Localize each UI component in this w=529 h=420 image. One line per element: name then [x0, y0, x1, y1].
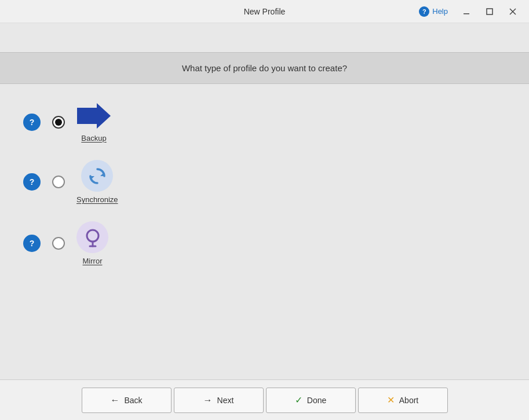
help-mirror-icon[interactable]: ?: [23, 235, 41, 252]
abort-button[interactable]: ✕ Abort: [358, 388, 448, 413]
help-button[interactable]: ? Help: [414, 5, 453, 19]
svg-point-7: [87, 230, 98, 242]
sync-label: Synchronize: [76, 195, 118, 204]
help-icon: ?: [419, 6, 429, 17]
help-backup-icon[interactable]: ?: [23, 114, 41, 131]
svg-rect-1: [487, 9, 492, 14]
mirror-icon: [76, 221, 108, 253]
back-label: Back: [124, 396, 142, 405]
window-title: New Profile: [244, 7, 286, 16]
radio-backup[interactable]: [52, 116, 65, 129]
option-row-sync: ? Synchronize: [23, 154, 506, 210]
option-row-mirror: ? Mirror: [23, 216, 506, 271]
title-bar: New Profile ? Help: [0, 0, 529, 23]
help-label: Help: [432, 7, 448, 16]
help-sync-icon[interactable]: ?: [23, 173, 41, 191]
option-mirror[interactable]: Mirror: [76, 221, 108, 265]
main-content: What type of profile do you want to crea…: [0, 23, 529, 379]
next-icon: →: [203, 395, 213, 406]
back-button[interactable]: ← Back: [82, 388, 172, 413]
sync-icon: [81, 160, 113, 192]
close-button[interactable]: [504, 3, 522, 20]
next-label: Next: [217, 396, 234, 405]
back-icon: ←: [110, 395, 119, 406]
done-button[interactable]: ✓ Done: [266, 388, 356, 413]
next-button[interactable]: → Next: [174, 388, 264, 413]
backup-arrow-icon: [76, 101, 111, 130]
option-backup[interactable]: Backup: [76, 101, 111, 143]
svg-marker-4: [77, 103, 111, 129]
maximize-button[interactable]: [480, 3, 499, 20]
minimize-button[interactable]: [457, 3, 476, 20]
radio-sync[interactable]: [52, 176, 65, 188]
question-banner: What type of profile do you want to crea…: [0, 52, 529, 84]
abort-icon: ✕: [387, 395, 395, 406]
radio-mirror[interactable]: [52, 237, 65, 250]
backup-label: Backup: [81, 134, 106, 143]
question-text: What type of profile do you want to crea…: [182, 63, 347, 73]
option-sync[interactable]: Synchronize: [76, 160, 118, 204]
option-row-backup: ? Backup: [23, 96, 506, 148]
done-label: Done: [307, 396, 326, 405]
done-icon: ✓: [295, 395, 302, 406]
abort-label: Abort: [399, 396, 418, 405]
options-area: ? Backup ?: [0, 84, 529, 379]
radio-dot-backup: [55, 119, 62, 126]
svg-rect-0: [464, 13, 469, 14]
footer: ← Back → Next ✓ Done ✕ Abort: [0, 379, 529, 420]
mirror-label: Mirror: [83, 257, 103, 265]
